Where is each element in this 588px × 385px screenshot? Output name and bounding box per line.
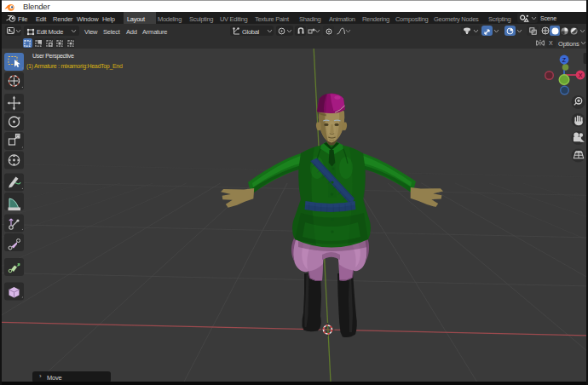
svg-text:Z: Z — [562, 57, 567, 63]
svg-text:X: X — [579, 72, 583, 78]
